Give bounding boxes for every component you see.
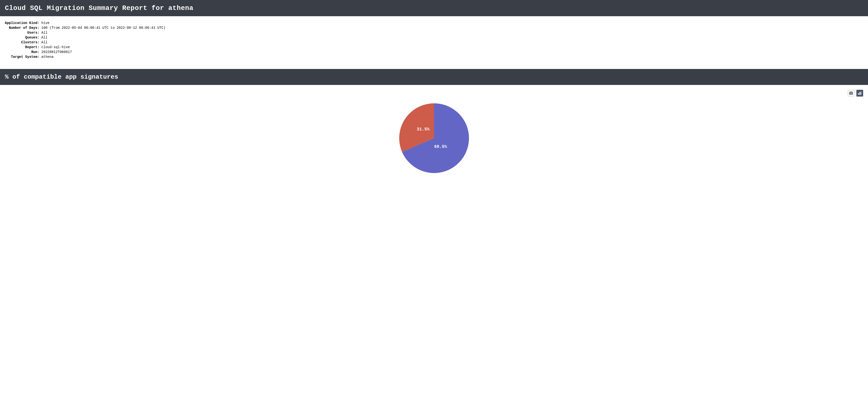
meta-row-queues: Queues: All (5, 35, 165, 40)
meta-row-app-kind: Application Kind: hive (5, 21, 165, 25)
chart-container: 68.5% 31.5% (5, 90, 863, 192)
pie-chart: 68.5% 31.5% (395, 99, 473, 177)
clusters-value: All (41, 40, 165, 45)
title-bar: Cloud SQL Migration Summary Report for a… (0, 0, 868, 16)
meta-row-run: Run: 20220812T060617 (5, 49, 165, 55)
queues-value: All (41, 35, 165, 40)
clusters-label: Clusters: (5, 40, 41, 45)
chart-toolbar (848, 90, 863, 97)
pie-svg: 68.5% 31.5% (395, 99, 473, 177)
meta-row-users: Users: All (5, 30, 165, 35)
report-label: Report: (5, 45, 41, 49)
svg-rect-0 (858, 93, 859, 95)
meta-row-days: Number of Days: 100 (from 2022-05-04 06:… (5, 25, 165, 30)
app-kind-value: hive (41, 21, 165, 25)
run-label: Run: (5, 49, 41, 55)
incompatible-pct-label: 31.5% (417, 127, 430, 132)
run-value: 20220812T060617 (41, 49, 165, 55)
chart-type-button[interactable] (857, 90, 863, 97)
chart-section: 68.5% 31.5% (0, 85, 868, 206)
bar-chart-icon (858, 91, 862, 95)
compatible-pct-label: 68.5% (434, 144, 447, 149)
meta-row-target: Target System: athena (5, 55, 165, 59)
report-value: cloud-sql-hive (41, 45, 165, 49)
signatures-title: % of compatible app signatures (5, 73, 863, 80)
svg-rect-1 (859, 92, 860, 95)
target-value: athena (41, 55, 165, 59)
days-label: Number of Days: (5, 25, 41, 30)
app-kind-label: Application Kind: (5, 21, 41, 25)
signatures-section-bar: % of compatible app signatures (0, 69, 868, 85)
queues-label: Queues: (5, 35, 41, 40)
meta-table: Application Kind: hive Number of Days: 1… (5, 21, 165, 59)
meta-row-clusters: Clusters: All (5, 40, 165, 45)
page-title: Cloud SQL Migration Summary Report for a… (5, 4, 863, 12)
target-label: Target System: (5, 55, 41, 59)
users-label: Users: (5, 30, 41, 35)
camera-button[interactable] (848, 90, 855, 97)
meta-section: Application Kind: hive Number of Days: 1… (0, 16, 868, 67)
users-value: All (41, 30, 165, 35)
camera-icon (849, 91, 853, 95)
days-value: 100 (from 2022-05-04 06:06:41 UTC to 202… (41, 25, 165, 30)
meta-row-report: Report: cloud-sql-hive (5, 45, 165, 49)
svg-rect-2 (861, 92, 861, 95)
